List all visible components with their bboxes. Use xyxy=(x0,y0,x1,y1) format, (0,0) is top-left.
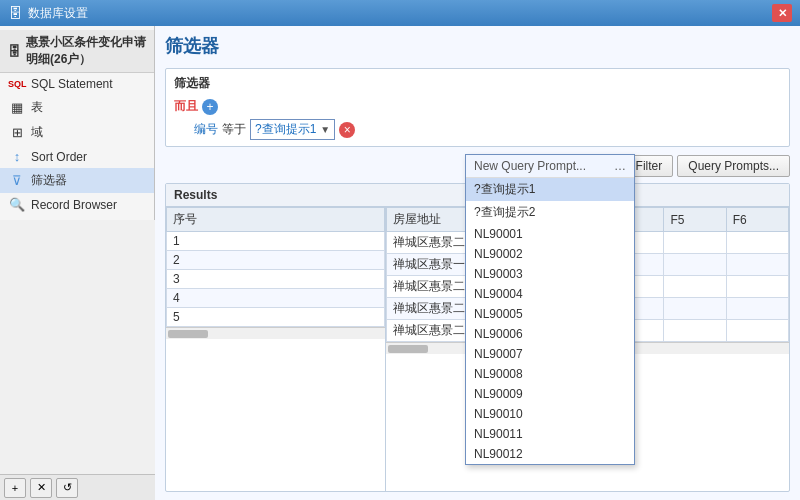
title-bar: 🗄 数据库设置 ✕ xyxy=(0,0,800,26)
sidebar-table-label: 表 xyxy=(31,99,43,116)
dropdown-item-nl7[interactable]: NL90007 xyxy=(466,344,634,364)
cell-f6 xyxy=(726,298,788,320)
dropdown-item-nl4[interactable]: NL90004 xyxy=(466,284,634,304)
sidebar-header-item[interactable]: 🗄 惠景小区条件变化申请明细(26户） xyxy=(0,30,154,73)
sidebar-bottom-toolbar: + ✕ ↺ xyxy=(0,474,155,500)
filter-and-label: 而且 xyxy=(174,98,198,115)
sidebar: 🗄 惠景小区条件变化申请明细(26户） SQL SQL Statement ▦ … xyxy=(0,26,155,220)
sql-icon: SQL xyxy=(8,79,26,89)
horizontal-scrollbar-left[interactable] xyxy=(166,327,385,339)
col-seq: 序号 xyxy=(167,208,385,232)
sidebar-record-label: Record Browser xyxy=(31,198,117,212)
sidebar-refresh-button[interactable]: ↺ xyxy=(56,478,78,498)
cell-seq: 4 xyxy=(167,289,385,308)
filter-value-text: ?查询提示1 xyxy=(255,121,316,138)
content-area: 筛选器 筛选器 而且 + 编号 等于 ?查询提示1 ▼ × New Query xyxy=(155,26,800,500)
sidebar-filter-label: 筛选器 xyxy=(31,172,67,189)
table-row: 3 xyxy=(167,270,385,289)
cell-f6 xyxy=(726,254,788,276)
title-icon: 🗄 xyxy=(8,5,22,21)
sidebar-item-record[interactable]: 🔍 Record Browser xyxy=(0,193,154,216)
sidebar-item-sql[interactable]: SQL SQL Statement xyxy=(0,73,154,95)
cell-f5 xyxy=(664,298,726,320)
filter-condition-row: 编号 等于 ?查询提示1 ▼ × xyxy=(194,119,781,140)
cell-f5 xyxy=(664,320,726,342)
dropdown-item-nl11[interactable]: NL90011 xyxy=(466,424,634,444)
results-left-panel: 序号 12345 xyxy=(166,207,386,491)
cell-seq: 1 xyxy=(167,232,385,251)
cell-seq: 2 xyxy=(167,251,385,270)
dropdown-item-qp2[interactable]: ?查询提示2 xyxy=(466,201,634,224)
title-text: 数据库设置 xyxy=(28,5,772,22)
record-icon: 🔍 xyxy=(8,197,26,212)
area-icon: ⊞ xyxy=(8,125,26,140)
col-f5: F5 xyxy=(664,208,726,232)
dropdown-item-nl2[interactable]: NL90002 xyxy=(466,244,634,264)
dropdown-item-qp1[interactable]: ?查询提示1 xyxy=(466,178,634,201)
filter-op-label: 等于 xyxy=(222,121,246,138)
filter-icon: ⊽ xyxy=(8,173,26,188)
table-row: 1 xyxy=(167,232,385,251)
dropdown-item-nl12[interactable]: NL90012 xyxy=(466,444,634,464)
dropdown-overlay: New Query Prompt... ?查询提示1 ?查询提示2 NL9000… xyxy=(465,154,635,465)
sidebar-header-label: 惠景小区条件变化申请明细(26户） xyxy=(26,34,146,68)
filter-remove-button[interactable]: × xyxy=(339,122,355,138)
cell-f6 xyxy=(726,232,788,254)
dropdown-item-nl10[interactable]: NL90010 xyxy=(466,404,634,424)
cell-f5 xyxy=(664,276,726,298)
dropdown-item-nl8[interactable]: NL90008 xyxy=(466,364,634,384)
dropdown-item-nl6[interactable]: NL90006 xyxy=(466,324,634,344)
dropdown-arrow-icon: ▼ xyxy=(320,124,330,135)
table-row: 4 xyxy=(167,289,385,308)
query-prompts-button[interactable]: Query Prompts... xyxy=(677,155,790,177)
filter-field-label: 编号 xyxy=(194,121,218,138)
table-row: 2 xyxy=(167,251,385,270)
table-row: 5 xyxy=(167,308,385,327)
cell-f6 xyxy=(726,276,788,298)
main-layout: 🗄 惠景小区条件变化申请明细(26户） SQL SQL Statement ▦ … xyxy=(0,26,800,500)
filter-and-row: 而且 + xyxy=(174,98,781,115)
sidebar-add-button[interactable]: + xyxy=(4,478,26,498)
scrollbar-thumb-right xyxy=(388,345,428,353)
dropdown-new-item[interactable]: New Query Prompt... xyxy=(466,155,634,178)
dropdown-item-nl1[interactable]: NL90001 xyxy=(466,224,634,244)
sidebar-delete-button[interactable]: ✕ xyxy=(30,478,52,498)
close-button[interactable]: ✕ xyxy=(772,4,792,22)
sidebar-item-filter[interactable]: ⊽ 筛选器 xyxy=(0,168,154,193)
sidebar-item-area[interactable]: ⊞ 域 xyxy=(0,120,154,145)
sort-icon: ↕ xyxy=(8,149,26,164)
cell-seq: 5 xyxy=(167,308,385,327)
scrollbar-thumb-left xyxy=(168,330,208,338)
sidebar-wrapper: 🗄 惠景小区条件变化申请明细(26户） SQL SQL Statement ▦ … xyxy=(0,26,155,500)
col-f6: F6 xyxy=(726,208,788,232)
filter-section-title: 筛选器 xyxy=(174,75,781,92)
page-title: 筛选器 xyxy=(165,34,790,58)
dropdown-item-nl3[interactable]: NL90003 xyxy=(466,264,634,284)
sidebar-item-sort[interactable]: ↕ Sort Order xyxy=(0,145,154,168)
cell-f5 xyxy=(664,254,726,276)
sidebar-sort-label: Sort Order xyxy=(31,150,87,164)
cell-f5 xyxy=(664,232,726,254)
dropdown-item-nl9[interactable]: NL90009 xyxy=(466,384,634,404)
add-condition-button[interactable]: + xyxy=(202,99,218,115)
filter-section: 筛选器 而且 + 编号 等于 ?查询提示1 ▼ × xyxy=(165,68,790,147)
cell-seq: 3 xyxy=(167,270,385,289)
sidebar-area-label: 域 xyxy=(31,124,43,141)
table-icon: ▦ xyxy=(8,100,26,115)
filter-value-dropdown[interactable]: ?查询提示1 ▼ xyxy=(250,119,335,140)
database-icon: 🗄 xyxy=(8,44,21,59)
sidebar-sql-label: SQL Statement xyxy=(31,77,113,91)
cell-f6 xyxy=(726,320,788,342)
sidebar-item-table[interactable]: ▦ 表 xyxy=(0,95,154,120)
dropdown-item-nl5[interactable]: NL90005 xyxy=(466,304,634,324)
